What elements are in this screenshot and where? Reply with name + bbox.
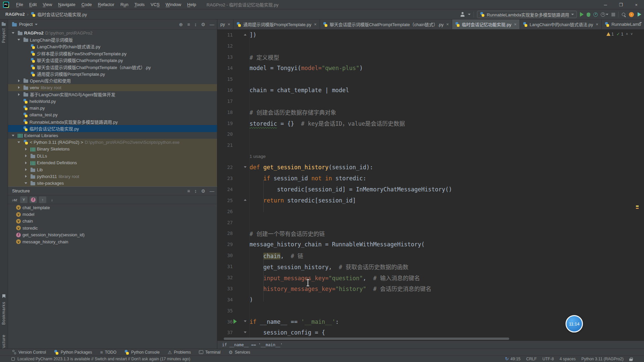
project-tree-item[interactable]: venvlibrary root (8, 84, 217, 91)
project-tree-item[interactable]: 少样本提示词模板FewShotPromptTemplate.py (8, 50, 217, 57)
chevron-down-icon[interactable] (16, 39, 22, 41)
project-tree-item[interactable]: DLLs (8, 153, 217, 159)
code-line[interactable]: 21 (217, 140, 644, 151)
close-button[interactable]: × (629, 0, 644, 9)
ide-feature-icon[interactable] (637, 12, 641, 17)
toolwindow-button-version-control[interactable]: Version Control (12, 350, 46, 355)
status-item-1[interactable]: CRLF (526, 357, 537, 361)
stop-button[interactable] (611, 13, 615, 16)
readonly-lock-icon[interactable] (629, 359, 633, 361)
fold-marker-icon[interactable] (244, 34, 247, 36)
menu-item-tools[interactable]: Tools (131, 0, 148, 9)
breadcrumb-file[interactable]: 临时会话记忆功能实现.py (38, 11, 87, 17)
code-line[interactable]: 34) (217, 294, 644, 305)
sort-alphabetically-icon[interactable]: ↓az (11, 196, 18, 203)
project-tree-item[interactable]: Extended Definitions (8, 159, 217, 166)
chevron-right-icon[interactable] (23, 175, 29, 178)
fold-marker-icon[interactable] (244, 166, 247, 168)
fold-marker-icon[interactable] (244, 199, 247, 201)
code-line[interactable]: 28# 创建一个带有会话历史的链 (217, 228, 644, 239)
menu-item-help[interactable]: Help (184, 0, 199, 9)
collapse-all-icon[interactable]: ≡ (187, 188, 190, 194)
minimize-button[interactable]: ─ (598, 0, 613, 9)
code-editor[interactable]: 11])1213# 定义模型14model = Tongyi(model="qw… (217, 29, 644, 338)
code-line[interactable]: 31 get_session_history, # 获取会话历史数据的函数 (217, 261, 644, 272)
show-functions-icon[interactable]: f (30, 196, 37, 203)
project-tree-item[interactable]: < Python 3.11 (RAGPro2) >D:\python_pro\R… (8, 139, 217, 145)
tab-close-icon[interactable]: × (446, 22, 449, 27)
project-tree-item[interactable]: RunnableLambda实现复杂多模型链路调用.py (8, 118, 217, 125)
inspections-widget[interactable]: 1 ✓ 1 ˄ ˅ (606, 32, 633, 37)
chevron-right-icon[interactable] (16, 86, 22, 89)
debug-button[interactable] (587, 12, 590, 17)
code-line[interactable]: 13# 定义模型 (217, 52, 644, 63)
tool-stripe-project[interactable]: Project (1, 28, 6, 43)
project-tree-item[interactable]: python311library root (8, 173, 217, 180)
run-history-button[interactable] (601, 12, 605, 17)
run-configuration-select[interactable]: RunnableLambda实现复杂多模型链路调用 (477, 11, 577, 18)
toolwindow-button-python-packages[interactable]: Python Packages (54, 350, 92, 355)
profiler-button[interactable] (593, 12, 598, 17)
breadcrumb-project[interactable]: RAGPro2 (5, 12, 25, 17)
project-tree-item[interactable]: 聊天会话提示词模版ChatPromptTemplate.py (8, 57, 217, 64)
editor-breadcrumb[interactable]: if __name__ == '__main__' (217, 341, 644, 349)
chevron-right-icon[interactable] (16, 79, 22, 82)
editor-tab[interactable]: 聊天会话提示词模版ChatPromptTemplate（chain链式）.py× (320, 19, 452, 29)
project-tree-item[interactable]: main.py (8, 105, 217, 111)
locate-file-icon[interactable]: ⊕ (179, 22, 183, 27)
project-tree-item[interactable]: 临时会话记忆功能实现.py (8, 125, 217, 132)
run-button[interactable] (580, 12, 584, 17)
project-tree-item[interactable]: site-packages (8, 180, 217, 187)
chevron-right-icon[interactable] (23, 168, 29, 171)
project-stripe-icon[interactable] (2, 23, 6, 26)
code-line[interactable]: 22def get_session_history(session_id): (217, 162, 644, 173)
chevron-right-icon[interactable] (23, 148, 29, 150)
tab-close-icon[interactable]: × (514, 22, 517, 27)
project-tree-item[interactable]: 聊天会话提示词模版ChatPromptTemplate（chain链式）.py (8, 64, 217, 70)
hide-panel-icon[interactable]: — (210, 22, 214, 27)
code-line[interactable]: 26 (217, 206, 644, 217)
project-tree-item[interactable]: helloWorld.py (8, 98, 217, 105)
code-line[interactable]: 17 (217, 96, 644, 107)
prev-problem-icon[interactable]: ˄ (626, 32, 628, 36)
project-tree-item[interactable]: Lib (8, 166, 217, 173)
user-profile-icon[interactable] (460, 12, 465, 17)
next-problem-icon[interactable]: ˅ (631, 32, 633, 36)
code-line[interactable]: 27 (217, 217, 644, 228)
fold-marker-icon[interactable] (244, 331, 247, 333)
fold-marker-icon[interactable] (244, 320, 247, 322)
tool-stripe-bookmarks[interactable]: Bookmarks (1, 302, 6, 325)
code-line[interactable]: 24 storedic[session_id] = InMemoryChatMe… (217, 184, 644, 195)
expand-collapse-icon[interactable]: ↕ (194, 22, 197, 27)
toolwindow-button-python-console[interactable]: Python Console (124, 350, 160, 355)
editor-tab[interactable]: 临时会话记忆功能实现.py× (452, 19, 520, 29)
panel-settings-icon[interactable]: ⚙ (201, 188, 205, 194)
project-tree-item[interactable]: LangChain提示词模版 (8, 36, 217, 43)
status-item-2[interactable]: UTF-8 (542, 357, 554, 361)
code-line[interactable]: 32 input_messages_key="question", # 输入消息… (217, 272, 644, 283)
editor-tab[interactable]: LangChain中的chain链式语法.py× (520, 19, 602, 29)
code-line[interactable]: 33 history_messages_key="history" # 会话历史… (217, 283, 644, 294)
code-line[interactable]: 30 chain, # 链 (217, 250, 644, 261)
status-item-4[interactable]: Python 3.11 (RAGPro2) (581, 357, 624, 361)
menu-item-window[interactable]: Window (163, 0, 184, 9)
tab-close-icon[interactable]: × (228, 22, 230, 27)
user-dropdown-caret[interactable] (468, 14, 471, 15)
toolwindow-button-problems[interactable]: ⚠Problems (168, 350, 191, 355)
expand-collapse-icon[interactable]: ↕ (194, 188, 197, 194)
code-line[interactable]: 23 if session_id not in storedic: (217, 173, 644, 184)
chevron-right-icon[interactable] (23, 155, 29, 157)
project-tree-item[interactable]: RAGPro2D:\python_pro\RAGPro2 (8, 29, 217, 36)
code-line[interactable]: 25 return storedic[session_id] (217, 195, 644, 206)
code-line[interactable]: 15 (217, 74, 644, 85)
toolwindow-button-todo[interactable]: ≡TODO (100, 350, 116, 355)
hide-panel-icon[interactable]: — (210, 188, 214, 194)
menu-item-file[interactable]: File (13, 0, 26, 9)
maximize-button[interactable]: ❐ (613, 0, 629, 9)
panel-settings-icon[interactable]: ⚙ (201, 22, 205, 27)
collapse-all-icon[interactable]: ≡ (187, 22, 190, 27)
chevron-down-icon[interactable] (10, 135, 16, 136)
menu-item-edit[interactable]: Edit (26, 0, 40, 9)
status-message[interactable]: Localized PyCharm 2023.1.3 is available … (17, 357, 190, 361)
expand-with-icon[interactable]: ↑ (39, 196, 46, 203)
